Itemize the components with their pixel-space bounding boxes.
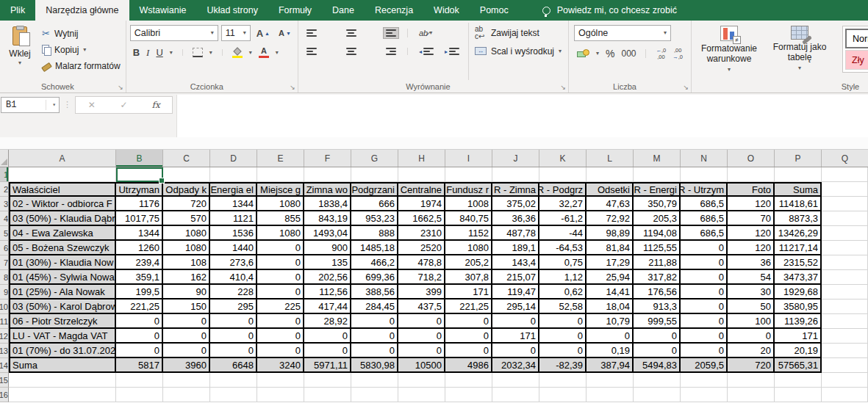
bold-button[interactable]: B bbox=[133, 48, 140, 57]
row-header-16[interactable]: 16 bbox=[0, 388, 9, 402]
cell-M1[interactable] bbox=[634, 167, 681, 182]
cell-B3[interactable]: 1176 bbox=[116, 197, 163, 211]
cell-J1[interactable] bbox=[492, 167, 539, 182]
cell-D4[interactable]: 1121 bbox=[210, 211, 257, 226]
cell-A11[interactable]: 06 - Piotr Strzelczyk bbox=[9, 314, 116, 329]
table-header-cell-I2[interactable]: Fundusz r bbox=[445, 182, 492, 197]
cell-P1[interactable] bbox=[775, 167, 822, 182]
cell-Q15[interactable] bbox=[822, 373, 868, 388]
formula-input[interactable] bbox=[176, 95, 868, 137]
cell-P9[interactable]: 1929,68 bbox=[775, 285, 822, 299]
cell-K12[interactable]: 0 bbox=[539, 329, 587, 344]
cell-F14[interactable]: 5971,11 bbox=[304, 358, 351, 373]
cell-L13[interactable]: 0,19 bbox=[587, 344, 634, 358]
cell-K16[interactable] bbox=[539, 388, 587, 402]
cell-F3[interactable]: 1838,4 bbox=[304, 197, 351, 211]
cell-I10[interactable]: 221,25 bbox=[445, 299, 492, 314]
table-header-cell-A2[interactable]: Wałaściciel bbox=[9, 182, 116, 197]
cell-D6[interactable]: 1440 bbox=[210, 241, 257, 255]
table-header-cell-B2[interactable]: Utrzyman bbox=[116, 182, 163, 197]
cell-J11[interactable]: 0 bbox=[492, 314, 539, 329]
column-header-Q[interactable]: Q bbox=[822, 150, 868, 167]
font-color-button[interactable]: A bbox=[259, 47, 269, 58]
tab-pomoc[interactable]: Pomoc bbox=[470, 0, 519, 21]
tab-widok[interactable]: Widok bbox=[423, 0, 470, 21]
percent-button[interactable]: % bbox=[606, 48, 614, 59]
cell-O8[interactable]: 54 bbox=[728, 270, 775, 285]
formula-bar-resize-handle[interactable]: ⋮ bbox=[63, 100, 71, 109]
cell-G10[interactable]: 284,45 bbox=[351, 299, 398, 314]
cell-K4[interactable]: -61,2 bbox=[539, 211, 587, 226]
cell-D16[interactable] bbox=[210, 388, 257, 402]
cell-D5[interactable]: 1536 bbox=[210, 226, 257, 241]
cell-O11[interactable]: 100 bbox=[728, 314, 775, 329]
column-header-B[interactable]: B bbox=[116, 150, 163, 167]
cell-E4[interactable]: 855 bbox=[257, 211, 304, 226]
cell-C4[interactable]: 570 bbox=[163, 211, 210, 226]
cell-E15[interactable] bbox=[257, 373, 304, 388]
cell-Q4[interactable] bbox=[822, 211, 868, 226]
row-header-7[interactable]: 7 bbox=[0, 255, 9, 270]
cell-L16[interactable] bbox=[587, 388, 634, 402]
cell-C5[interactable]: 1080 bbox=[163, 226, 210, 241]
cell-I4[interactable]: 840,75 bbox=[445, 211, 492, 226]
row-header-10[interactable]: 10 bbox=[0, 299, 9, 314]
cell-G14[interactable]: 5830,98 bbox=[351, 358, 398, 373]
column-header-I[interactable]: I bbox=[445, 150, 492, 167]
cell-L14[interactable]: 387,94 bbox=[587, 358, 634, 373]
cell-A9[interactable]: 01 (25%) - Ala Nowak bbox=[9, 285, 116, 299]
cell-B10[interactable]: 221,25 bbox=[116, 299, 163, 314]
cell-E6[interactable]: 0 bbox=[257, 241, 304, 255]
cell-O15[interactable] bbox=[728, 373, 775, 388]
column-header-P[interactable]: P bbox=[775, 150, 822, 167]
cell-G4[interactable]: 953,23 bbox=[351, 211, 398, 226]
cell-J4[interactable]: 36,36 bbox=[492, 211, 539, 226]
cell-B8[interactable]: 359,1 bbox=[116, 270, 163, 285]
cell-K6[interactable]: -64,53 bbox=[539, 241, 587, 255]
cell-N14[interactable]: 2059,5 bbox=[681, 358, 728, 373]
chevron-down-icon[interactable]: ▾ bbox=[209, 50, 212, 56]
cell-N12[interactable]: 0 bbox=[681, 329, 728, 344]
cell-J3[interactable]: 375,02 bbox=[492, 197, 539, 211]
cell-A7[interactable]: 01 (30%) - Klaudia Now bbox=[9, 255, 116, 270]
cell-M6[interactable]: 1125,55 bbox=[634, 241, 681, 255]
cell-L6[interactable]: 81,84 bbox=[587, 241, 634, 255]
tab-narzedzia-glowne[interactable]: Narzędzia główne bbox=[35, 0, 129, 21]
cell-O13[interactable]: 20 bbox=[728, 344, 775, 358]
table-header-cell-M2[interactable]: R - Energi bbox=[634, 182, 681, 197]
cell-F11[interactable]: 28,92 bbox=[304, 314, 351, 329]
cell-G8[interactable]: 699,36 bbox=[351, 270, 398, 285]
cell-P15[interactable] bbox=[775, 373, 822, 388]
cell-L11[interactable]: 10,79 bbox=[587, 314, 634, 329]
cell-P6[interactable]: 11217,14 bbox=[775, 241, 822, 255]
cell-F16[interactable] bbox=[304, 388, 351, 402]
underline-button[interactable]: U bbox=[156, 48, 162, 57]
cell-L15[interactable] bbox=[587, 373, 634, 388]
cell-A6[interactable]: 05 - Bożena Szewczyk bbox=[9, 241, 116, 255]
column-header-A[interactable]: A bbox=[9, 150, 116, 167]
orientation-button[interactable]: ab̷▾ bbox=[416, 26, 435, 40]
cell-J16[interactable] bbox=[492, 388, 539, 402]
cell-I11[interactable]: 0 bbox=[445, 314, 492, 329]
cell-O3[interactable]: 120 bbox=[728, 197, 775, 211]
cell-I5[interactable]: 1152 bbox=[445, 226, 492, 241]
cell-Q6[interactable] bbox=[822, 241, 868, 255]
cell-A4[interactable]: 03 (50%) - Klaudia Dąbr bbox=[9, 211, 116, 226]
cell-G1[interactable] bbox=[351, 167, 398, 182]
cell-E12[interactable]: 0 bbox=[257, 329, 304, 344]
column-header-M[interactable]: M bbox=[634, 150, 681, 167]
cell-A14[interactable]: Suma bbox=[9, 358, 116, 373]
cell-N7[interactable]: 0 bbox=[681, 255, 728, 270]
cell-D11[interactable]: 0 bbox=[210, 314, 257, 329]
cell-F5[interactable]: 1493,04 bbox=[304, 226, 351, 241]
cell-O16[interactable] bbox=[728, 388, 775, 402]
cell-D14[interactable]: 6648 bbox=[210, 358, 257, 373]
cell-F6[interactable]: 900 bbox=[304, 241, 351, 255]
cell-I16[interactable] bbox=[445, 388, 492, 402]
cancel-entry-button[interactable]: ✕ bbox=[76, 100, 108, 110]
cell-C15[interactable] bbox=[163, 373, 210, 388]
cell-style-zły[interactable]: Zły bbox=[845, 50, 868, 70]
cell-O1[interactable] bbox=[728, 167, 775, 182]
cell-G3[interactable]: 666 bbox=[351, 197, 398, 211]
cell-J12[interactable]: 171 bbox=[492, 329, 539, 344]
